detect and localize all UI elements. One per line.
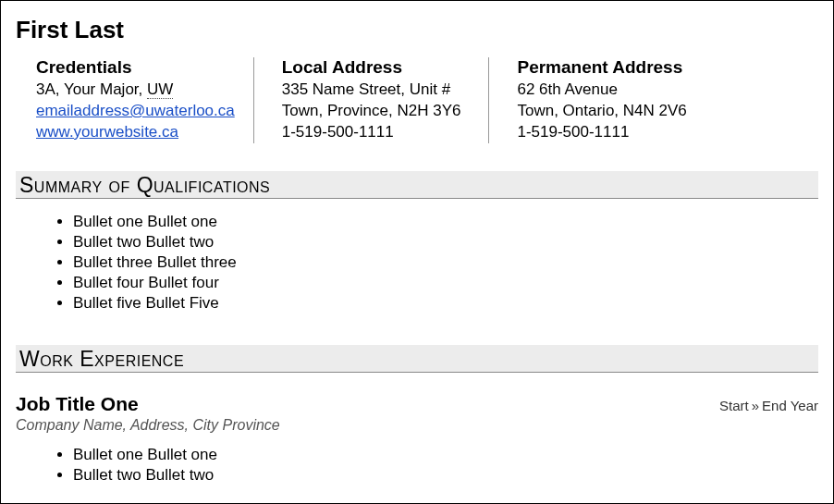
- job-company: Company Name, Address, City Province: [16, 417, 818, 434]
- list-item: Bullet two Bullet two: [73, 232, 818, 252]
- credentials-title: Credentials: [36, 57, 235, 78]
- list-item: Bullet two Bullet two: [73, 465, 818, 486]
- local-phone: 1-519-500-1111: [282, 122, 461, 143]
- permanent-phone: 1-519-500-1111: [517, 122, 686, 143]
- local-line2: Town, Province, N2H 3Y6: [282, 101, 461, 122]
- local-address-block: Local Address 335 Name Street, Unit # To…: [253, 57, 489, 143]
- section-summary-header: Summary of Qualifications: [16, 171, 818, 199]
- credentials-block: Credentials 3A, Your Major, UW emailaddr…: [36, 57, 253, 143]
- list-item: Bullet five Bullet Five: [73, 293, 818, 313]
- person-name: First Last: [16, 16, 818, 44]
- date-separator-icon: »: [749, 398, 762, 413]
- contact-row: Credentials 3A, Your Major, UW emailaddr…: [36, 57, 818, 143]
- summary-bullets: Bullet one Bullet one Bullet two Bullet …: [56, 212, 818, 313]
- job-date-start: Start: [719, 398, 749, 413]
- permanent-address-title: Permanent Address: [517, 57, 686, 78]
- local-line1: 335 Name Street, Unit #: [282, 80, 461, 101]
- credentials-school-abbr: UW: [147, 80, 173, 99]
- job-dates: Start»End Year: [719, 398, 818, 413]
- website-link[interactable]: www.yourwebsite.ca: [36, 123, 178, 141]
- job-title: Job Title One: [16, 393, 139, 415]
- list-item: Bullet one Bullet one: [73, 212, 818, 232]
- list-item: Bullet four Bullet four: [73, 273, 818, 293]
- permanent-address-block: Permanent Address 62 6th Avenue Town, On…: [488, 57, 705, 143]
- credentials-major: 3A, Your Major,: [36, 80, 147, 98]
- section-work-header: Work Experience: [16, 345, 818, 373]
- job-date-end: End Year: [762, 398, 818, 413]
- job-header-row: Job Title One Start»End Year: [16, 393, 818, 415]
- permanent-line2: Town, Ontario, N4N 2V6: [517, 101, 686, 122]
- job-bullets: Bullet one Bullet one Bullet two Bullet …: [56, 445, 818, 486]
- list-item: Bullet one Bullet one: [73, 445, 818, 465]
- email-link[interactable]: emailaddress@uwaterloo.ca: [36, 102, 235, 119]
- permanent-line1: 62 6th Avenue: [517, 80, 686, 101]
- credentials-line: 3A, Your Major, UW: [36, 80, 235, 101]
- list-item: Bullet three Bullet three: [73, 252, 818, 273]
- local-address-title: Local Address: [282, 57, 461, 78]
